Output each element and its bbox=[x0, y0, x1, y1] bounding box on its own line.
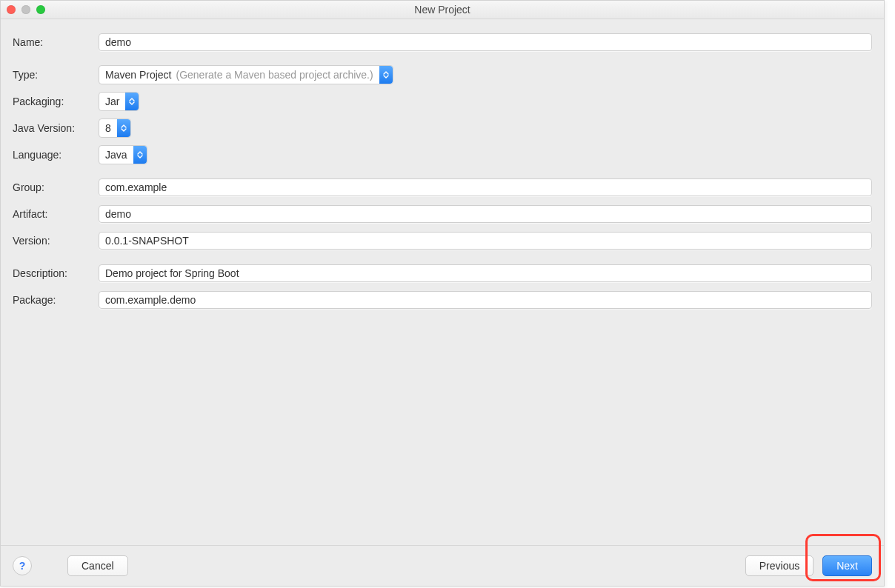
java-version-select-value: 8 bbox=[105, 122, 111, 134]
previous-button[interactable]: Previous bbox=[745, 555, 814, 576]
type-select-value: Maven Project bbox=[105, 69, 171, 81]
language-select-value: Java bbox=[105, 149, 127, 161]
java-version-select[interactable]: 8 bbox=[99, 118, 131, 138]
name-input-text: demo bbox=[105, 36, 131, 48]
package-input-text: com.example.demo bbox=[105, 294, 196, 306]
help-button[interactable]: ? bbox=[13, 556, 32, 575]
cancel-button-label: Cancel bbox=[81, 560, 114, 572]
help-icon: ? bbox=[19, 560, 26, 572]
artifact-input-text: demo bbox=[105, 208, 131, 220]
updown-icon bbox=[125, 93, 139, 110]
dialog-content: Name: demo Type: Maven Project (Generate… bbox=[1, 19, 884, 545]
titlebar: New Project bbox=[1, 1, 884, 19]
version-input[interactable]: 0.0.1-SNAPSHOT bbox=[99, 232, 872, 250]
dialog-window: New Project Name: demo Type: Maven Proje… bbox=[0, 0, 885, 587]
description-input-text: Demo project for Spring Boot bbox=[105, 267, 239, 279]
type-select[interactable]: Maven Project (Generate a Maven based pr… bbox=[99, 65, 393, 84]
previous-button-label: Previous bbox=[759, 560, 799, 572]
label-language: Language: bbox=[13, 144, 96, 166]
name-input[interactable]: demo bbox=[99, 33, 872, 51]
language-select[interactable]: Java bbox=[99, 145, 147, 164]
updown-icon bbox=[133, 146, 147, 164]
packaging-select-value: Jar bbox=[105, 96, 119, 107]
updown-icon bbox=[117, 119, 130, 137]
label-packaging: Packaging: bbox=[13, 90, 96, 113]
label-type: Type: bbox=[13, 64, 96, 86]
label-version: Version: bbox=[13, 230, 96, 252]
label-group: Group: bbox=[13, 176, 96, 198]
minimize-window-button[interactable] bbox=[21, 5, 30, 14]
close-window-button[interactable] bbox=[7, 5, 16, 14]
cancel-button[interactable]: Cancel bbox=[67, 555, 128, 576]
next-button-label: Next bbox=[836, 560, 858, 572]
label-java-version: Java Version: bbox=[13, 117, 96, 139]
packaging-select[interactable]: Jar bbox=[99, 92, 139, 111]
zoom-window-button[interactable] bbox=[36, 5, 45, 14]
label-artifact: Artifact: bbox=[13, 203, 96, 225]
next-button[interactable]: Next bbox=[822, 555, 872, 576]
group-input-text: com.example bbox=[105, 181, 167, 193]
type-select-hint: (Generate a Maven based project archive.… bbox=[176, 69, 373, 81]
dialog-bottombar: ? Cancel Previous Next bbox=[1, 545, 884, 586]
version-input-text: 0.0.1-SNAPSHOT bbox=[105, 235, 189, 247]
description-input[interactable]: Demo project for Spring Boot bbox=[99, 264, 872, 282]
label-package: Package: bbox=[13, 289, 96, 311]
window-controls bbox=[7, 5, 45, 14]
form-row-name: Name: demo bbox=[13, 31, 872, 53]
form-cluster-build: Type: Maven Project (Generate a Maven ba… bbox=[13, 64, 872, 166]
label-description: Description: bbox=[13, 262, 96, 284]
updown-icon bbox=[379, 66, 393, 84]
window-title: New Project bbox=[1, 4, 884, 16]
form-cluster-coords: Group: com.example Artifact: demo Versio… bbox=[13, 176, 872, 252]
package-input[interactable]: com.example.demo bbox=[99, 291, 872, 309]
label-name: Name: bbox=[13, 31, 96, 53]
form-cluster-meta: Description: Demo project for Spring Boo… bbox=[13, 262, 872, 311]
group-input[interactable]: com.example bbox=[99, 178, 872, 196]
artifact-input[interactable]: demo bbox=[99, 205, 872, 223]
